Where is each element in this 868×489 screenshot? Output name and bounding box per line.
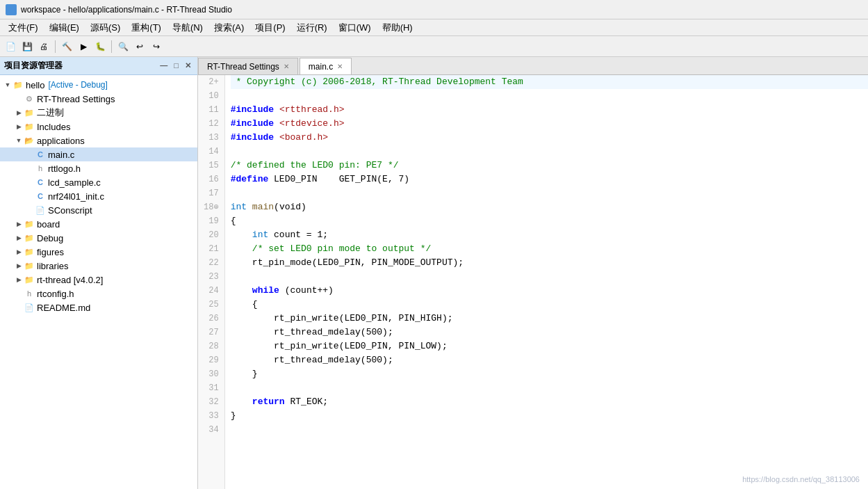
code-line-8: #define LED0_PIN GET_PIN(E, 7) <box>231 173 868 186</box>
toolbar-save[interactable]: 💾 <box>19 39 35 54</box>
tree-icon-rttlogo-h: h <box>35 163 46 174</box>
toolbar-new[interactable]: 📄 <box>3 39 18 54</box>
line-number-17: 25 <box>204 298 219 312</box>
code-line-12: int count = 1; <box>231 228 868 242</box>
code-line-1: * Copyright (c) 2006-2018, RT-Thread Dev… <box>231 75 868 89</box>
sidebar-maximize[interactable]: □ <box>172 61 181 71</box>
code-line-6 <box>231 145 868 159</box>
tab-rt-thread-settings-tab[interactable]: RT-Thread Settings✕ <box>198 58 298 74</box>
tree-item-applications[interactable]: ▼📂applications <box>0 134 197 147</box>
menu-item-重构t[interactable]: 重构(T) <box>126 20 167 35</box>
tree-label-board: board <box>37 219 60 230</box>
code-line-3: #include <rtthread.h> <box>231 103 868 117</box>
toolbar-redo[interactable]: ↪ <box>149 39 164 54</box>
tree-item-rt-thread-settings[interactable]: ⚙RT-Thread Settings <box>0 92 197 106</box>
menu-item-运行r[interactable]: 运行(R) <box>291 20 333 35</box>
code-line-26 <box>231 423 868 437</box>
sidebar-close[interactable]: ✕ <box>183 61 193 71</box>
tab-main-c-tab[interactable]: main.c✕ <box>300 58 352 74</box>
sidebar-minimize[interactable]: — <box>158 61 170 71</box>
tree-arrow-board: ▶ <box>14 221 24 227</box>
tree-icon-readme-md: 📄 <box>24 302 35 313</box>
line-number-3: 11 <box>204 103 219 117</box>
menu-item-项目p[interactable]: 项目(P) <box>249 20 290 35</box>
tree-item-figures[interactable]: ▶📁figures <box>0 245 197 259</box>
tree-item-debug[interactable]: ▶📁Debug <box>0 231 197 245</box>
tree-icon-debug: 📁 <box>24 232 35 243</box>
menu-item-窗口w[interactable]: 窗口(W) <box>333 20 377 35</box>
tree-item-main-c[interactable]: Cmain.c <box>0 147 197 161</box>
line-number-14: 22 <box>204 256 219 270</box>
sidebar-header: 项目资源管理器 — □ ✕ <box>0 57 197 75</box>
tree-item-lcd-sample-c[interactable]: Clcd_sample.c <box>0 175 197 189</box>
tree-item-rtconfig-h[interactable]: hrtconfig.h <box>0 287 197 300</box>
editor-area: RT-Thread Settings✕main.c✕ 2+10111213141… <box>198 57 868 489</box>
tree-item-readme-md[interactable]: 📄README.md <box>0 300 197 314</box>
tree-label-libraries: libraries <box>37 261 69 271</box>
code-line-13: /* set LED0 pin mode to output */ <box>231 242 868 256</box>
line-number-2: 10 <box>204 89 219 103</box>
line-number-5: 13 <box>204 131 219 145</box>
toolbar-sep-1 <box>55 40 56 53</box>
code-line-4: #include <rtdevice.h> <box>231 117 868 131</box>
menu-item-帮助h[interactable]: 帮助(H) <box>377 20 418 35</box>
tree-icon-board: 📁 <box>24 218 35 230</box>
sidebar-controls: — □ ✕ <box>158 61 193 71</box>
title-text: workspace - hello/applications/main.c - … <box>21 5 232 15</box>
tree-icon-rt-thread-settings: ⚙ <box>24 93 35 104</box>
menu-item-编辑e[interactable]: 编辑(E) <box>44 20 85 35</box>
sidebar-tree: ▼📁hello[Active - Debug]⚙RT-Thread Settin… <box>0 75 197 489</box>
line-number-9: 17 <box>204 186 219 200</box>
menu-item-导航n[interactable]: 导航(N) <box>167 20 208 35</box>
menu-item-源码s[interactable]: 源码(S) <box>85 20 126 35</box>
tree-arrow-includes: ▶ <box>14 123 24 130</box>
toolbar-build[interactable]: 🔨 <box>59 39 74 54</box>
code-content[interactable]: * Copyright (c) 2006-2018, RT-Thread Dev… <box>225 75 868 489</box>
tree-icon-nrf24l01-init-c: C <box>35 191 46 202</box>
tree-label-main-c: main.c <box>48 150 74 160</box>
tree-label-sconscript: SConscript <box>48 205 92 216</box>
line-number-1: 2+ <box>204 75 219 89</box>
tree-item-rt-thread[interactable]: ▶📁rt-thread [v4.0.2] <box>0 273 197 287</box>
tree-item-binary[interactable]: ▶📁二进制 <box>0 106 197 120</box>
tree-label-readme-md: README.md <box>37 303 90 313</box>
tab-close-rt-thread-settings-tab[interactable]: ✕ <box>284 63 289 70</box>
tree-label-rttlogo-h: rttlogo.h <box>48 163 81 174</box>
tree-item-libraries[interactable]: ▶📁libraries <box>0 259 197 273</box>
line-numbers: 2+101112131415161718⊕1920212223242526272… <box>198 75 225 489</box>
tree-item-hello[interactable]: ▼📁hello[Active - Debug] <box>0 78 197 92</box>
tree-label-lcd-sample-c: lcd_sample.c <box>48 177 101 188</box>
main-layout: 项目资源管理器 — □ ✕ ▼📁hello[Active - Debug]⚙RT… <box>0 57 868 489</box>
toolbar-run[interactable]: ▶ <box>76 39 91 54</box>
menu-item-文件f[interactable]: 文件(F) <box>3 20 44 35</box>
tree-arrow-binary: ▶ <box>14 109 24 116</box>
tree-icon-includes: 📁 <box>24 121 35 132</box>
line-number-4: 12 <box>204 117 219 131</box>
menu-item-搜索a[interactable]: 搜索(A) <box>208 20 249 35</box>
tree-item-nrf24l01-init-c[interactable]: Cnrf24l01_init.c <box>0 189 197 203</box>
tab-close-main-c-tab[interactable]: ✕ <box>337 63 343 70</box>
tree-label-figures: figures <box>37 247 64 257</box>
line-number-11: 19 <box>204 214 219 228</box>
tree-item-board[interactable]: ▶📁board <box>0 217 197 231</box>
line-number-10: 18⊕ <box>204 200 219 214</box>
toolbar-undo[interactable]: ↩ <box>132 39 147 54</box>
line-number-6: 14 <box>204 145 219 159</box>
tree-item-sconscript[interactable]: 📄SConscript <box>0 203 197 217</box>
tree-arrow-rt-thread: ▶ <box>14 276 24 283</box>
tree-item-includes[interactable]: ▶📁Includes <box>0 120 197 134</box>
line-number-21: 29 <box>204 353 219 367</box>
line-number-26: 34 <box>204 423 219 437</box>
toolbar-debug[interactable]: 🐛 <box>92 39 108 54</box>
line-number-20: 28 <box>204 339 219 353</box>
tree-item-rttlogo-h[interactable]: hrttlogo.h <box>0 161 197 175</box>
line-number-16: 24 <box>204 284 219 298</box>
code-line-23 <box>231 381 868 395</box>
tree-label-binary: 二进制 <box>37 106 64 119</box>
code-editor[interactable]: 2+101112131415161718⊕1920212223242526272… <box>198 75 868 489</box>
tree-label-rt-thread-settings: RT-Thread Settings <box>37 94 115 104</box>
app-icon <box>6 4 17 15</box>
toolbar-print[interactable]: 🖨 <box>36 39 51 54</box>
tree-icon-sconscript: 📄 <box>35 205 46 216</box>
toolbar-search[interactable]: 🔍 <box>115 39 131 54</box>
